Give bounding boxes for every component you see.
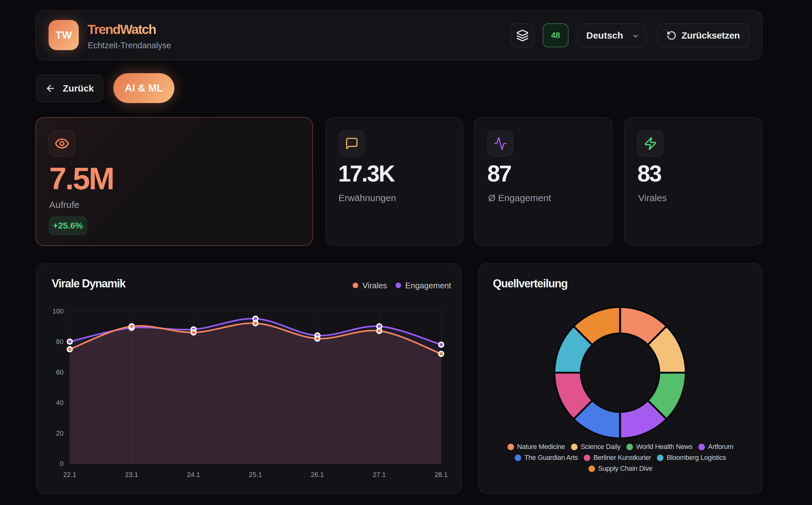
svg-text:22.1: 22.1	[63, 471, 76, 479]
svg-text:28.1: 28.1	[435, 471, 448, 479]
svg-text:Virales: Virales	[362, 281, 387, 290]
svg-text:80: 80	[56, 338, 63, 346]
svg-text:40: 40	[56, 399, 63, 406]
svg-text:100: 100	[52, 308, 63, 315]
svg-text:60: 60	[56, 369, 63, 376]
svg-text:27.1: 27.1	[373, 471, 386, 479]
svg-text:26.1: 26.1	[311, 471, 324, 479]
svg-text:0: 0	[60, 460, 63, 468]
svg-text:25.1: 25.1	[249, 471, 262, 479]
svg-text:23.1: 23.1	[125, 471, 138, 479]
svg-text:20: 20	[56, 430, 63, 437]
svg-text:24.1: 24.1	[187, 471, 200, 479]
svg-text:Engagement: Engagement	[405, 281, 452, 290]
